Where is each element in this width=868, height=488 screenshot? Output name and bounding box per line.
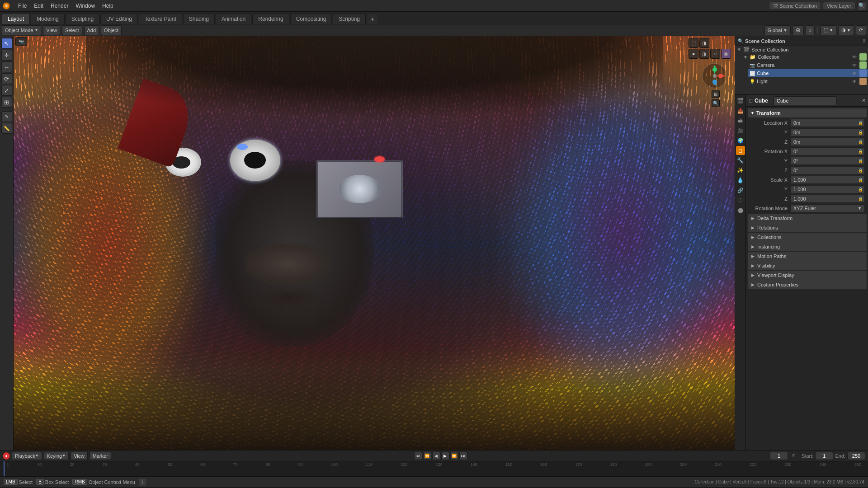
select-tool[interactable]: ↖	[1, 38, 12, 49]
viewport-zoom-in[interactable]: 🔍	[712, 99, 720, 107]
end-frame-field[interactable]: 250	[847, 452, 865, 460]
gizmo-toggle[interactable]: ⟳	[856, 25, 866, 35]
object-menu[interactable]: Object	[101, 25, 122, 35]
object-mode-selector[interactable]: Object Mode ▼	[2, 25, 41, 35]
output-props-icon[interactable]: 📤	[736, 106, 745, 115]
delta-transform-header[interactable]: ▶ Delta Transform	[748, 214, 867, 223]
gizmo-circle[interactable]: X Y Z	[702, 63, 727, 88]
scene-props-icon[interactable]: 🎥	[736, 126, 745, 135]
location-x-lock[interactable]: 🔒	[858, 121, 863, 125]
shading-render[interactable]: ○	[710, 49, 720, 59]
engine-selector[interactable]: 🎬 Scene Collection	[769, 2, 821, 10]
view-menu-timeline[interactable]: View	[71, 452, 88, 460]
annotate-tool[interactable]: ✎	[1, 111, 12, 122]
scale-z-field[interactable]: 1.000 🔒	[790, 195, 865, 203]
menu-window[interactable]: Window	[72, 2, 99, 10]
current-frame-display[interactable]: 1	[770, 452, 788, 460]
record-button[interactable]: ●	[3, 452, 10, 460]
location-z-lock[interactable]: 🔒	[858, 140, 863, 144]
tab-texture-paint[interactable]: Texture Paint	[139, 14, 182, 24]
next-keyframe-btn[interactable]: ⏩	[450, 452, 458, 460]
tab-scripting[interactable]: Scripting	[333, 14, 366, 24]
rotate-tool[interactable]: ⟳	[1, 73, 12, 84]
shading-material[interactable]: ◑	[699, 49, 709, 59]
tab-layout[interactable]: Layout	[2, 14, 30, 24]
view-layer-selector[interactable]: View Layer	[823, 2, 855, 10]
relations-header[interactable]: ▶ Relations	[748, 223, 867, 232]
rotation-mode-select[interactable]: XYZ Euler ▼	[790, 204, 865, 212]
constraints-props-icon[interactable]: 🔗	[736, 186, 745, 195]
shading-solid[interactable]: ●	[689, 49, 698, 59]
playback-menu[interactable]: Playback ▼	[12, 452, 42, 460]
prev-keyframe-btn[interactable]: ⏪	[423, 452, 431, 460]
scale-x-field[interactable]: 1.000 🔒	[790, 176, 865, 184]
snap-toggle[interactable]: ⊕	[793, 25, 804, 35]
rotation-y-field[interactable]: 0° 🔒	[790, 157, 865, 165]
menu-help[interactable]: Help	[99, 2, 117, 10]
world-props-icon[interactable]: 🌍	[736, 136, 745, 145]
outliner-filter[interactable]: ⧖	[863, 38, 866, 44]
location-z-field[interactable]: 0m 🔒	[790, 138, 865, 146]
play-backwards-btn[interactable]: ◀	[432, 452, 440, 460]
tab-modeling[interactable]: Modeling	[31, 14, 65, 24]
start-frame-field[interactable]: 1	[815, 452, 833, 460]
shading-dropdown[interactable]: ◑ ▼	[838, 25, 854, 35]
marker-menu[interactable]: Marker	[90, 452, 111, 460]
visibility-header[interactable]: ▶ Visibility	[748, 261, 867, 270]
viewport-overlays-btn[interactable]: ⬚	[689, 38, 698, 48]
outliner-item-scene-collection[interactable]: ▼ 🎬 Scene Collection	[735, 46, 868, 53]
move-tool[interactable]: ↔	[1, 61, 12, 72]
menu-file[interactable]: File	[14, 2, 30, 10]
measure-tool[interactable]: 📏	[1, 123, 12, 134]
timeline-ruler[interactable]: 1 10 20 30 40 50 60 70 80 90 100 110 120…	[0, 461, 868, 476]
location-y-field[interactable]: 0m 🔒	[790, 128, 865, 136]
viewport-camera-selector[interactable]: 📷	[15, 37, 27, 46]
material-props-icon[interactable]: ⬤	[736, 206, 745, 215]
physics-props-icon[interactable]: 💧	[736, 176, 745, 185]
scale-y-lock[interactable]: 🔒	[858, 187, 863, 192]
add-workspace-button[interactable]: +	[368, 14, 377, 24]
transform-tool[interactable]: ⊞	[1, 97, 12, 108]
add-menu[interactable]: Add	[84, 25, 99, 35]
scale-z-lock[interactable]: 🔒	[858, 197, 863, 201]
modifier-props-icon[interactable]: 🔧	[736, 156, 745, 165]
render-props-icon[interactable]: 🎬	[736, 96, 745, 105]
custom-properties-header[interactable]: ▶ Custom Properties	[748, 280, 867, 289]
select-menu[interactable]: Select	[62, 25, 82, 35]
motion-paths-header[interactable]: ▶ Motion Paths	[748, 252, 867, 261]
status-info-btn[interactable]: ℹ	[139, 479, 146, 486]
rotation-z-lock[interactable]: 🔒	[858, 168, 863, 173]
outliner-item-camera[interactable]: 📷 Camera 👁	[748, 61, 868, 69]
tab-rendering[interactable]: Rendering	[252, 14, 289, 24]
cube-visibility[interactable]: 👁	[852, 71, 857, 76]
outliner-item-cube[interactable]: ⬜ Cube 👁	[748, 69, 868, 77]
rotation-y-lock[interactable]: 🔒	[858, 159, 863, 163]
tab-animation[interactable]: Animation	[216, 14, 251, 24]
data-props-icon[interactable]: ⬡	[736, 196, 745, 205]
location-x-field[interactable]: 0m 🔒	[790, 119, 865, 127]
gizmo-y-label[interactable]: Y	[713, 66, 716, 70]
zoom-to-fit[interactable]: ⊞	[712, 90, 720, 98]
rotation-x-field[interactable]: 0° 🔒	[790, 147, 865, 155]
camera-visibility[interactable]: 👁	[852, 63, 857, 68]
viewport-xray-btn[interactable]: ◑	[699, 38, 709, 48]
object-props-icon[interactable]: ◻	[736, 146, 745, 155]
collection-visibility-eye[interactable]: 👁	[852, 55, 857, 60]
instancing-header[interactable]: ▶ Instancing	[748, 242, 867, 251]
scale-x-lock[interactable]: 🔒	[858, 178, 863, 182]
tab-uv-editing[interactable]: UV Editing	[100, 14, 138, 24]
search-button[interactable]: 🔍	[857, 1, 866, 10]
play-btn[interactable]: ▶	[441, 452, 449, 460]
keying-menu[interactable]: Keying ▼	[44, 452, 69, 460]
gizmo-z-label[interactable]: Z	[713, 81, 716, 86]
menu-edit[interactable]: Edit	[30, 2, 47, 10]
tab-shading[interactable]: Shading	[183, 14, 215, 24]
light-visibility[interactable]: 👁	[852, 79, 857, 84]
tab-compositing[interactable]: Compositing	[290, 14, 332, 24]
overlay-dropdown[interactable]: ⬚ ▼	[821, 25, 836, 35]
view-layer-props-icon[interactable]: 🏔	[736, 116, 745, 125]
rotation-z-field[interactable]: 0° 🔒	[790, 166, 865, 174]
gizmo-x-label[interactable]: X	[722, 74, 725, 78]
particles-props-icon[interactable]: ✨	[736, 166, 745, 175]
props-close-btn[interactable]: ✕	[862, 98, 866, 103]
